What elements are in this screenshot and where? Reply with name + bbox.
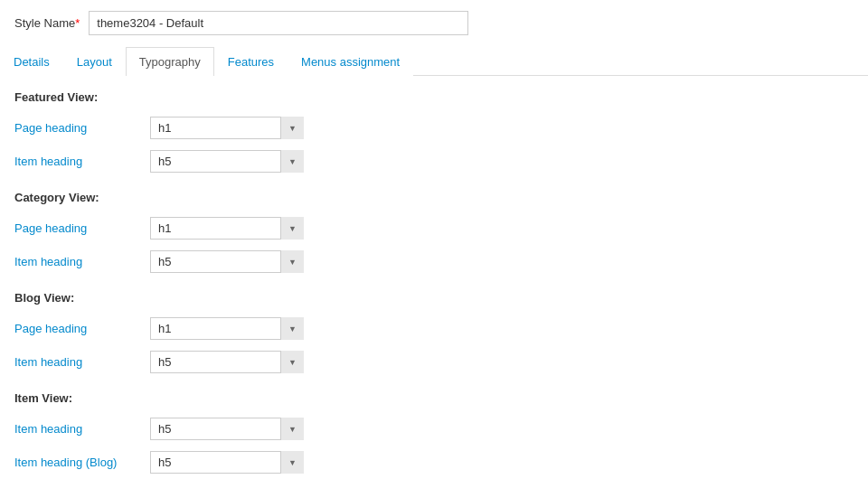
select-blog-item-heading[interactable]: h1h2h3h4h5h6divpspan <box>150 351 304 373</box>
select-item-item-heading-blog[interactable]: h1h2h3h4h5h6divpspan <box>150 451 304 474</box>
section-title-blog-view: Blog View: <box>14 291 854 305</box>
style-name-input[interactable] <box>89 11 468 35</box>
select-wrapper-blog-item-heading: h1h2h3h4h5h6divpspan <box>150 351 304 373</box>
section-category-view: Category View:Page headingh1h2h3h4h5h6di… <box>14 191 854 273</box>
field-label-blog-item-heading: Item heading <box>14 355 150 369</box>
field-label-category-item-heading: Item heading <box>14 255 150 268</box>
select-wrapper-item-item-heading: h1h2h3h4h5h6divpspan <box>150 418 304 440</box>
style-name-label: Style Name* <box>14 16 80 30</box>
field-label-blog-page-heading: Page heading <box>14 322 150 335</box>
field-row-blog-page-heading: Page headingh1h2h3h4h5h6divpspan <box>14 317 854 340</box>
select-blog-page-heading[interactable]: h1h2h3h4h5h6divpspan <box>150 317 304 340</box>
section-blog-view: Blog View:Page headingh1h2h3h4h5h6divpsp… <box>14 291 854 373</box>
section-featured-view: Featured View:Page headingh1h2h3h4h5h6di… <box>14 90 854 173</box>
tab-layout[interactable]: Layout <box>63 47 126 76</box>
top-bar: Style Name* <box>0 0 868 46</box>
tab-typography[interactable]: Typography <box>126 47 214 76</box>
section-item-view: Item View:Item headingh1h2h3h4h5h6divpsp… <box>14 391 854 474</box>
tab-features[interactable]: Features <box>214 47 288 76</box>
field-label-category-page-heading: Page heading <box>14 221 150 235</box>
required-marker: * <box>75 16 80 30</box>
section-title-item-view: Item View: <box>14 391 854 405</box>
field-label-featured-item-heading: Item heading <box>14 155 150 168</box>
tabs-bar: DetailsLayoutTypographyFeaturesMenus ass… <box>0 46 868 76</box>
tab-details[interactable]: Details <box>0 47 63 76</box>
field-label-item-item-heading: Item heading <box>14 422 150 436</box>
field-row-item-item-heading: Item headingh1h2h3h4h5h6divpspan <box>14 418 854 440</box>
field-row-featured-item-heading: Item headingh1h2h3h4h5h6divpspan <box>14 150 854 173</box>
field-row-featured-page-heading: Page headingh1h2h3h4h5h6divpspan <box>14 117 854 139</box>
select-featured-page-heading[interactable]: h1h2h3h4h5h6divpspan <box>150 117 304 139</box>
select-wrapper-featured-page-heading: h1h2h3h4h5h6divpspan <box>150 117 304 139</box>
field-label-item-item-heading-blog: Item heading (Blog) <box>14 456 150 469</box>
select-wrapper-blog-page-heading: h1h2h3h4h5h6divpspan <box>150 317 304 340</box>
content-area: Featured View:Page headingh1h2h3h4h5h6di… <box>0 76 868 498</box>
select-featured-item-heading[interactable]: h1h2h3h4h5h6divpspan <box>150 150 304 173</box>
select-category-page-heading[interactable]: h1h2h3h4h5h6divpspan <box>150 217 304 240</box>
select-wrapper-category-item-heading: h1h2h3h4h5h6divpspan <box>150 250 304 273</box>
field-row-category-page-heading: Page headingh1h2h3h4h5h6divpspan <box>14 217 854 240</box>
select-item-item-heading[interactable]: h1h2h3h4h5h6divpspan <box>150 418 304 440</box>
select-wrapper-category-page-heading: h1h2h3h4h5h6divpspan <box>150 217 304 240</box>
section-title-featured-view: Featured View: <box>14 90 854 104</box>
select-wrapper-item-item-heading-blog: h1h2h3h4h5h6divpspan <box>150 451 304 474</box>
field-row-item-item-heading-blog: Item heading (Blog)h1h2h3h4h5h6divpspan <box>14 451 854 474</box>
field-row-category-item-heading: Item headingh1h2h3h4h5h6divpspan <box>14 250 854 273</box>
field-label-featured-page-heading: Page heading <box>14 121 150 135</box>
select-category-item-heading[interactable]: h1h2h3h4h5h6divpspan <box>150 250 304 273</box>
field-row-blog-item-heading: Item headingh1h2h3h4h5h6divpspan <box>14 351 854 373</box>
section-title-category-view: Category View: <box>14 191 854 204</box>
select-wrapper-featured-item-heading: h1h2h3h4h5h6divpspan <box>150 150 304 173</box>
tab-menus-assignment[interactable]: Menus assignment <box>288 47 413 76</box>
